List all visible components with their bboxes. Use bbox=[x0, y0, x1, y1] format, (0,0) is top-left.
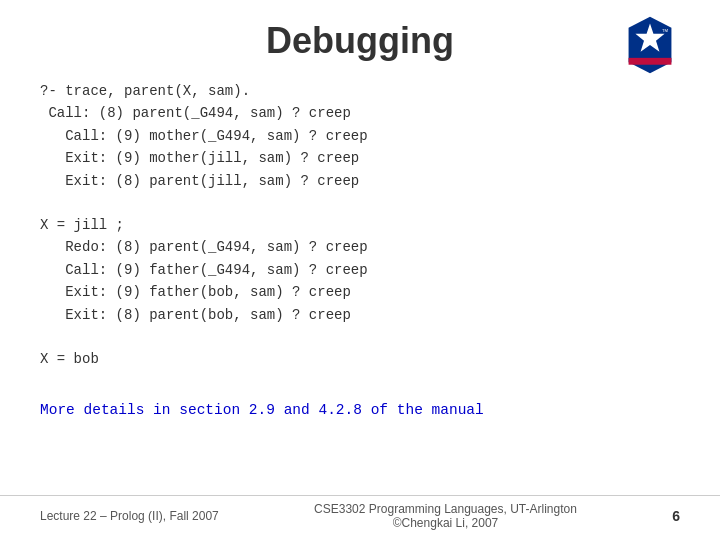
code-block-1: ?- trace, parent(X, sam). Call: (8) pare… bbox=[40, 80, 680, 192]
code-line-1-1: Call: (8) parent(_G494, sam) ? creep bbox=[40, 102, 680, 124]
code-line-2-3: Exit: (9) father(bob, sam) ? creep bbox=[40, 281, 680, 303]
code-line-2-0: X = jill ; bbox=[40, 214, 680, 236]
footer-lecture-info: Lecture 22 – Prolog (II), Fall 2007 bbox=[40, 509, 219, 523]
svg-rect-2 bbox=[629, 58, 672, 65]
code-block-2: X = jill ; Redo: (8) parent(_G494, sam) … bbox=[40, 214, 680, 326]
footer-copyright-year: ©Chengkai Li, 2007 bbox=[314, 516, 577, 530]
footer-copyright: CSE3302 Programming Languages, UT-Arling… bbox=[314, 502, 577, 530]
code-line-1-3: Exit: (9) mother(jill, sam) ? creep bbox=[40, 147, 680, 169]
slide-header: Debugging TM bbox=[40, 20, 680, 62]
slide-title: Debugging bbox=[266, 20, 454, 62]
footer-page-number: 6 bbox=[672, 508, 680, 524]
ut-arlington-logo: TM bbox=[620, 15, 680, 75]
footer-university: CSE3302 Programming Languages, UT-Arling… bbox=[314, 502, 577, 516]
slide-footer: Lecture 22 – Prolog (II), Fall 2007 CSE3… bbox=[0, 495, 720, 530]
code-line-2-1: Redo: (8) parent(_G494, sam) ? creep bbox=[40, 236, 680, 258]
code-line-2-4: Exit: (8) parent(bob, sam) ? creep bbox=[40, 304, 680, 326]
code-line-3-0: X = bob bbox=[40, 348, 680, 370]
more-details: More details in section 2.9 and 4.2.8 of… bbox=[40, 402, 680, 418]
code-line-1-4: Exit: (8) parent(jill, sam) ? creep bbox=[40, 170, 680, 192]
code-block-3: X = bob bbox=[40, 348, 680, 370]
code-line-1-2: Call: (9) mother(_G494, sam) ? creep bbox=[40, 125, 680, 147]
slide-container: Debugging TM ?- trace, parent(X, sam). C… bbox=[0, 0, 720, 540]
code-line-1-0: ?- trace, parent(X, sam). bbox=[40, 80, 680, 102]
svg-text:TM: TM bbox=[662, 28, 669, 33]
code-line-2-2: Call: (9) father(_G494, sam) ? creep bbox=[40, 259, 680, 281]
